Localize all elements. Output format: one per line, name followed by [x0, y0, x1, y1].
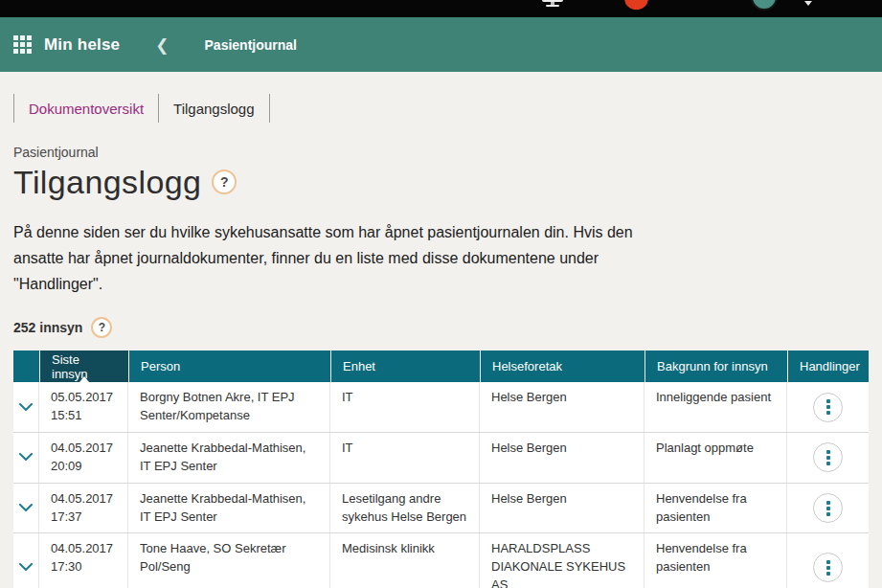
- header-siste-innsyn[interactable]: Siste innsyn: [39, 351, 128, 382]
- kebab-icon: [826, 501, 830, 505]
- table-row: 04.05.2017 17:37 Jeanette Krabbedal-Math…: [13, 484, 869, 534]
- access-date: 04.05.2017: [51, 490, 116, 509]
- access-date: 04.05.2017: [51, 540, 116, 558]
- header-handlinger[interactable]: Handlinger: [787, 351, 869, 382]
- cell-bakgrunn: Planlagt oppmøte: [645, 433, 787, 483]
- cell-handlinger: [787, 484, 869, 533]
- cell-handlinger: [787, 382, 869, 432]
- chevron-down-icon: [19, 453, 33, 462]
- page-title: Tilgangslogg: [13, 163, 201, 202]
- notification-badge-icon[interactable]: [624, 0, 648, 10]
- cell-person: Tone Haave, SO Sekretær Pol/Seng: [128, 533, 330, 588]
- actions-menu-button[interactable]: [813, 493, 843, 523]
- caret-down-icon[interactable]: [804, 1, 812, 6]
- access-time: 17:37: [51, 509, 116, 527]
- back-chevron-icon[interactable]: ❮: [155, 35, 169, 55]
- avatar[interactable]: [751, 0, 778, 11]
- kebab-icon: [826, 507, 830, 510]
- cell-person: Jeanette Krabbedal-Mathisen, IT EPJ Sent…: [128, 433, 330, 483]
- cell-bakgrunn: Henvendelse fra pasienten: [645, 484, 787, 533]
- table-row: 04.05.2017 17:30 Tone Haave, SO Sekretær…: [13, 533, 869, 588]
- kebab-icon: [826, 405, 830, 409]
- breadcrumb: Dokumentoversikt Tilgangslogg: [13, 94, 882, 123]
- expand-row-button[interactable]: [13, 382, 39, 432]
- access-count: 252 innsyn: [13, 320, 82, 335]
- cell-handlinger: [787, 533, 869, 588]
- tab-divider: [269, 94, 270, 123]
- access-log-table: Siste innsyn Person Enhet Helseforetak B…: [13, 351, 869, 588]
- kebab-icon: [826, 566, 830, 570]
- expand-row-button[interactable]: [13, 533, 39, 588]
- header-expand-column: [13, 351, 39, 382]
- cell-enhet: Lesetilgang andre sykehus Helse Bergen: [330, 484, 480, 533]
- cell-siste-innsyn: 04.05.2017 17:30: [39, 533, 128, 588]
- kebab-icon: [826, 411, 830, 415]
- cell-enhet: IT: [330, 433, 480, 483]
- cell-person: Jeanette Krabbedal-Mathisen, IT EPJ Sent…: [128, 484, 330, 533]
- access-time: 20:09: [51, 458, 116, 476]
- table-body: 05.05.2017 15:51 Borgny Botnen Akre, IT …: [13, 382, 869, 588]
- cell-person: Borgny Botnen Akre, IT EPJ Senter/Kompet…: [128, 382, 330, 432]
- kebab-icon: [826, 512, 830, 516]
- cell-siste-innsyn: 04.05.2017 17:37: [39, 484, 128, 533]
- chevron-down-icon: [19, 403, 33, 412]
- kebab-icon: [826, 450, 830, 454]
- cell-enhet: IT: [330, 382, 480, 432]
- kebab-icon: [826, 456, 830, 460]
- cell-siste-innsyn: 04.05.2017 20:09: [39, 433, 128, 483]
- actions-menu-button[interactable]: [813, 553, 843, 582]
- app-header: Min helse ❮ Pasientjournal: [0, 17, 882, 72]
- help-icon[interactable]: ?: [91, 317, 112, 338]
- access-date: 05.05.2017: [51, 389, 116, 407]
- header-enhet[interactable]: Enhet: [330, 351, 480, 382]
- kebab-icon: [826, 560, 830, 564]
- header-helseforetak[interactable]: Helseforetak: [480, 351, 645, 382]
- table-header: Siste innsyn Person Enhet Helseforetak B…: [13, 351, 869, 382]
- cell-handlinger: [787, 433, 869, 483]
- access-time: 17:30: [51, 558, 116, 577]
- actions-menu-button[interactable]: [813, 393, 843, 422]
- cell-siste-innsyn: 05.05.2017 15:51: [39, 382, 128, 432]
- page-kicker: Pasientjournal: [13, 145, 882, 160]
- band-section-title: Pasientjournal: [205, 37, 297, 53]
- cell-bakgrunn: Henvendelse fra pasienten: [645, 533, 787, 588]
- access-date: 04.05.2017: [51, 440, 116, 458]
- cell-helseforetak: Helse Bergen: [480, 484, 645, 533]
- access-time: 15:51: [51, 407, 116, 425]
- top-chrome-bar: [0, 0, 882, 17]
- kebab-icon: [826, 462, 830, 465]
- chevron-down-icon: [19, 504, 33, 512]
- cell-helseforetak: Helse Bergen: [480, 382, 645, 432]
- cell-enhet: Medisinsk klinikk: [330, 533, 480, 588]
- table-row: 04.05.2017 20:09 Jeanette Krabbedal-Math…: [13, 433, 869, 484]
- tab-dokumentoversikt[interactable]: Dokumentoversikt: [14, 94, 158, 123]
- help-icon[interactable]: ?: [212, 170, 237, 194]
- apps-grid-icon[interactable]: [13, 35, 32, 54]
- header-bakgrunn[interactable]: Bakgrunn for innsyn: [645, 351, 787, 382]
- kebab-icon: [826, 399, 830, 403]
- page-description: På denne siden ser du hvilke sykehusansa…: [13, 220, 636, 298]
- monitor-icon: [546, 5, 559, 7]
- header-person[interactable]: Person: [128, 351, 330, 382]
- tab-tilgangslogg[interactable]: Tilgangslogg: [159, 94, 269, 123]
- cell-bakgrunn: Inneliggende pasient: [645, 382, 787, 432]
- cell-helseforetak: Helse Bergen: [480, 433, 645, 483]
- cell-helseforetak: HARALDSPLASS DIAKONALE SYKEHUS AS: [480, 533, 645, 588]
- table-row: 05.05.2017 15:51 Borgny Botnen Akre, IT …: [13, 382, 869, 433]
- expand-row-button[interactable]: [13, 484, 39, 533]
- expand-row-button[interactable]: [13, 433, 39, 483]
- kebab-icon: [826, 572, 830, 576]
- app-title[interactable]: Min helse: [44, 35, 120, 55]
- actions-menu-button[interactable]: [813, 442, 843, 472]
- chevron-down-icon: [19, 563, 33, 572]
